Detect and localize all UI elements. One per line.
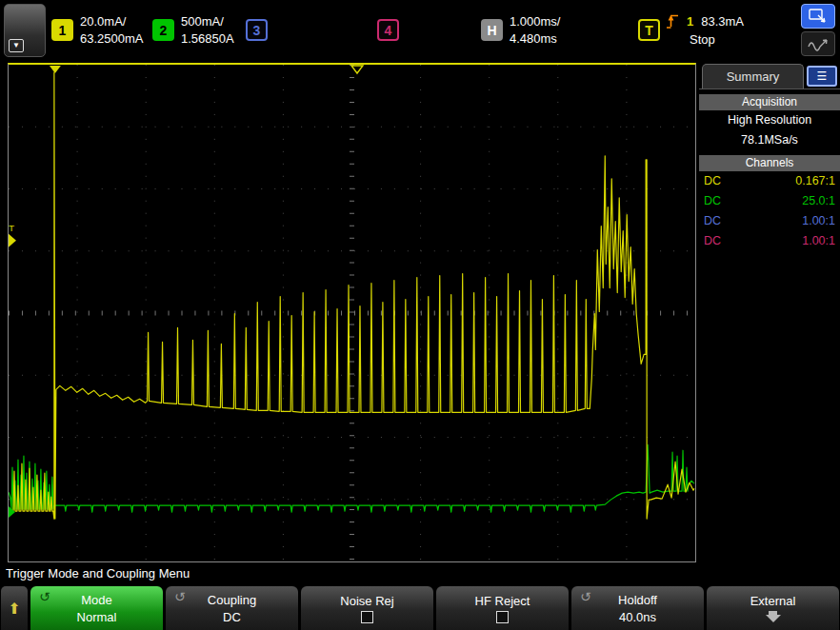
hf-reject-checkbox[interactable] <box>496 611 509 623</box>
softkey-label: Coupling <box>208 593 256 607</box>
channel4-badge[interactable]: 4 <box>377 19 399 41</box>
sample-rate: 78.1MSa/s <box>699 130 840 150</box>
touch-zones-button[interactable] <box>801 4 835 29</box>
back-softkey[interactable]: ⬆ <box>1 586 28 630</box>
softkey-label: External <box>750 594 796 608</box>
submenu-down-arrow-icon <box>766 611 781 622</box>
main-menu-button[interactable]: ▼ <box>4 4 46 57</box>
softkey-value: DC <box>223 610 241 624</box>
softkey-value: Normal <box>77 610 117 624</box>
channel4-coupling: DC <box>704 231 721 251</box>
softkey-label: HF Reject <box>475 594 530 608</box>
rising-edge-trigger-icon <box>667 14 679 30</box>
channel3-coupling: DC <box>704 211 721 231</box>
trigger-level-label: T <box>9 223 14 233</box>
horizontal-status: H 1.000ms/ 4.480ms <box>481 6 560 54</box>
trigger-source: 1 <box>687 15 693 29</box>
waveform-arrow-button[interactable] <box>801 31 835 56</box>
softkey-mode[interactable]: ↺ Mode Normal <box>30 586 163 630</box>
channel4-probe-ratio: 1.00:1 <box>802 231 835 251</box>
channel3-badge[interactable]: 3 <box>246 19 268 41</box>
channel3-status: 3 <box>246 6 268 54</box>
cycle-icon: ↺ <box>580 590 591 604</box>
run-state: Stop <box>690 33 744 47</box>
channel2-coupling: DC <box>704 191 721 211</box>
sidebar-tab-row: Summary ☰ <box>699 63 840 89</box>
channel1-coupling: DC <box>704 171 721 191</box>
menu-title: Trigger Mode and Coupling Menu <box>0 562 840 584</box>
softkey-holdoff[interactable]: ↺ Holdoff 40.0ns <box>571 586 704 630</box>
channel2-status: 2 500mA/ 1.56850A <box>152 6 234 54</box>
channel1-badge[interactable]: 1 <box>51 19 73 41</box>
horizontal-scale: 1.000ms/ <box>510 15 560 29</box>
tab-summary[interactable]: Summary <box>702 64 804 89</box>
softkey-value: 40.0ns <box>619 610 656 624</box>
waveform-display: T <box>9 65 695 561</box>
top-status-bar: ▼ 1 20.0mA/ 63.2500mA 2 500mA/ 1.56850A … <box>0 0 840 60</box>
trigger-status: T 1 83.3mA Stop <box>638 6 744 54</box>
waveform-arrow-icon <box>808 36 829 51</box>
trigger-time-marker[interactable] <box>50 66 61 73</box>
dropdown-arrow-icon: ▼ <box>9 39 24 52</box>
acquisition-header: Acquisition <box>699 94 840 110</box>
cycle-icon: ↺ <box>174 590 186 604</box>
list-icon: ☰ <box>817 69 828 83</box>
channel2-badge[interactable]: 2 <box>152 19 174 41</box>
softkey-bar: ⬆ ↺ Mode Normal ↺ Coupling DC Noise Rej … <box>0 585 840 630</box>
channel1-info-row: DC 0.167:1 <box>699 171 840 191</box>
channel3-info-row: DC 1.00:1 <box>699 211 840 231</box>
oscilloscope-screen: ▼ 1 20.0mA/ 63.2500mA 2 500mA/ 1.56850A … <box>0 0 840 630</box>
cycle-icon: ↺ <box>39 590 50 604</box>
channel1-scale: 20.0mA/ <box>80 15 144 29</box>
channel2-probe-ratio: 25.0:1 <box>802 191 835 211</box>
channel2-trace <box>9 444 694 512</box>
touch-icon <box>809 9 828 24</box>
channel3-probe-ratio: 1.00:1 <box>802 211 835 231</box>
waveform-display-area[interactable]: T <box>8 63 696 562</box>
softkey-label: Mode <box>81 593 112 607</box>
up-arrow-icon: ⬆ <box>8 600 20 618</box>
channels-header: Channels <box>699 155 840 171</box>
softkey-noise-rej[interactable]: Noise Rej <box>301 586 433 630</box>
channel2-scale: 500mA/ <box>181 15 234 29</box>
trigger-level-marker[interactable] <box>9 234 16 247</box>
channel1-offset: 63.2500mA <box>80 32 144 46</box>
sidebar-menu-button[interactable]: ☰ <box>807 66 837 87</box>
softkey-coupling[interactable]: ↺ Coupling DC <box>166 586 298 630</box>
channel4-info-row: DC 1.00:1 <box>699 231 840 251</box>
horizontal-badge[interactable]: H <box>481 19 503 41</box>
acquisition-mode: High Resolution <box>699 110 840 130</box>
channel1-probe-ratio: 0.167:1 <box>795 171 835 191</box>
trigger-badge[interactable]: T <box>638 19 660 41</box>
trigger-level: 83.3mA <box>701 15 744 29</box>
time-reference-marker[interactable] <box>351 66 363 73</box>
channel2-info-row: DC 25.0:1 <box>699 191 840 211</box>
softkey-hf-reject[interactable]: HF Reject <box>436 586 569 630</box>
channel4-status: 4 <box>377 6 399 54</box>
noise-rej-checkbox[interactable] <box>361 611 373 623</box>
softkey-external[interactable]: External <box>707 586 839 630</box>
horizontal-delay: 4.480ms <box>510 32 560 46</box>
channel1-status: 1 20.0mA/ 63.2500mA <box>51 6 144 54</box>
softkey-label: Noise Rej <box>340 594 393 608</box>
channel2-offset: 1.56850A <box>181 32 234 46</box>
softkey-label: Holdoff <box>618 593 657 607</box>
summary-sidebar: Summary ☰ Acquisition High Resolution 78… <box>699 63 840 562</box>
